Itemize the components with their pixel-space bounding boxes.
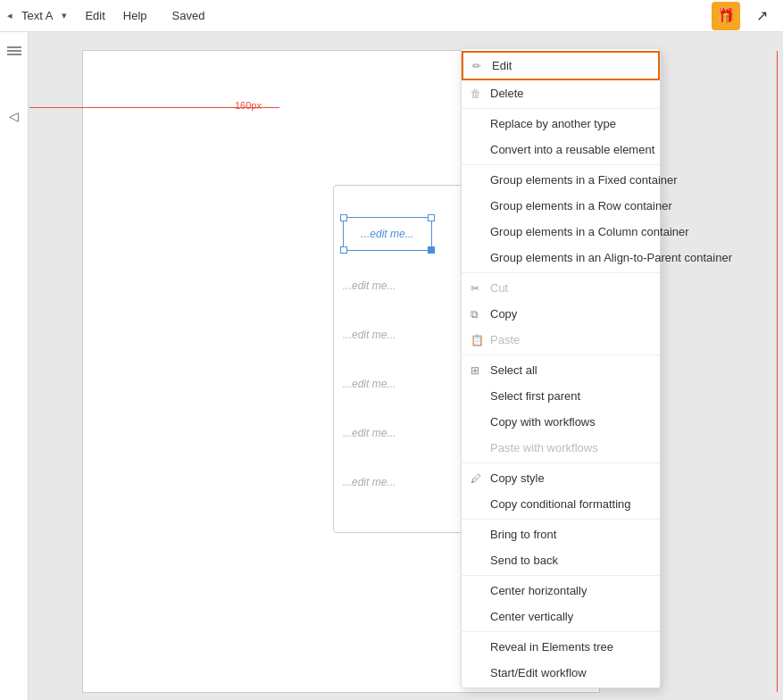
menu-item-send-back[interactable]: Send to back: [462, 547, 660, 573]
topbar-right: 🎁 ↗: [712, 2, 776, 30]
handle-br-filled[interactable]: [428, 246, 435, 254]
menu-item-center-v[interactable]: Center vertically: [462, 604, 660, 629]
left-sidebar: ◁: [0, 32, 29, 700]
menu-item-group-row[interactable]: Group elements in a Row container: [462, 193, 660, 219]
sidebar-item-1[interactable]: [2, 39, 27, 64]
divider-1: [462, 108, 660, 109]
divider-7: [462, 575, 660, 576]
main-layout: ◁ 160px ...edit me...: [0, 32, 783, 700]
sidebar-icon-1: [7, 46, 21, 57]
menu-item-reveal-elements[interactable]: Reveal in Elements tree: [462, 634, 660, 660]
sidebar-arrow-icon: ◁: [9, 109, 19, 123]
divider-5: [462, 462, 660, 463]
divider-8: [462, 631, 660, 632]
edit-me-5[interactable]: ...edit me...: [343, 427, 396, 439]
menu-item-edit[interactable]: ✏ Edit: [462, 51, 660, 80]
menu-item-copy-workflows[interactable]: Copy with workflows: [462, 409, 660, 435]
divider-2: [462, 164, 660, 165]
menu-item-paste-workflows[interactable]: Paste with workflows: [462, 435, 660, 461]
menu-item-copy-conditional[interactable]: Copy conditional formatting: [462, 491, 660, 517]
menu-item-replace[interactable]: Replace by another type: [462, 111, 660, 137]
edit-icon: ✏: [472, 60, 481, 72]
menu-item-center-h[interactable]: Center horizontally: [462, 578, 660, 604]
copy-style-icon: 🖊: [471, 472, 481, 485]
menu-item-cut[interactable]: ✂ Cut: [462, 275, 660, 301]
element-container[interactable]: ...edit me... ...edit me... ...edit me..…: [333, 185, 476, 533]
menu-item-select-all[interactable]: ⊞ Select all: [462, 357, 660, 383]
v-measurement-line: [777, 51, 778, 692]
back-arrow-icon[interactable]: ◂: [7, 10, 12, 21]
divider-3: [462, 272, 660, 273]
saved-status: Saved: [172, 9, 205, 22]
dropdown-arrow-icon[interactable]: ▾: [62, 10, 67, 21]
divider-4: [462, 354, 660, 355]
edit-me-selected[interactable]: ...edit me...: [361, 228, 413, 240]
topbar-left: ◂ Text A ▾: [7, 7, 67, 24]
handle-tr[interactable]: [428, 214, 435, 221]
menu-item-start-workflow[interactable]: Start/Edit workflow: [462, 660, 660, 686]
handle-tl[interactable]: [340, 214, 347, 221]
canvas-area[interactable]: 160px ...edit me... ...edit me... ...edi…: [29, 32, 783, 700]
paste-icon: 📋: [471, 334, 484, 346]
menu-item-group-column[interactable]: Group elements in a Column container: [462, 219, 660, 245]
cursor-button[interactable]: ↗: [747, 2, 776, 30]
handle-bl[interactable]: [340, 246, 347, 254]
menu-item-bring-front[interactable]: Bring to front: [462, 521, 660, 547]
divider-6: [462, 519, 660, 520]
sidebar-item-2[interactable]: ◁: [2, 104, 27, 129]
copy-icon: ⧉: [471, 308, 479, 321]
menu-item-group-align[interactable]: Group elements in an Align-to-Parent con…: [462, 245, 660, 271]
menu-item-delete[interactable]: 🗑 Delete: [462, 80, 660, 106]
help-menu[interactable]: Help: [123, 9, 147, 22]
cut-icon: ✂: [471, 282, 479, 295]
menu-item-copy[interactable]: ⧉ Copy: [462, 301, 660, 327]
menu-item-copy-style[interactable]: 🖊 Copy style: [462, 465, 660, 491]
topbar: ◂ Text A ▾ Edit Help Saved 🎁 ↗: [0, 0, 783, 32]
measurement-label: 160px: [235, 100, 262, 111]
topbar-center: Edit Help Saved: [85, 9, 204, 22]
edit-me-3[interactable]: ...edit me...: [343, 329, 396, 341]
menu-item-select-parent[interactable]: Select first parent: [462, 383, 660, 409]
edit-me-6[interactable]: ...edit me...: [343, 476, 396, 488]
gift-button[interactable]: 🎁: [712, 2, 740, 30]
delete-icon: 🗑: [471, 88, 481, 100]
edit-me-4[interactable]: ...edit me...: [343, 378, 396, 390]
select-all-icon: ⊞: [471, 364, 479, 377]
selection-box: ...edit me...: [343, 217, 432, 251]
page-title: Text A: [16, 7, 58, 24]
edit-me-2[interactable]: ...edit me...: [343, 279, 396, 292]
menu-item-paste[interactable]: 📋 Paste: [462, 327, 660, 353]
context-menu: ✏ Edit 🗑 Delete Replace by another type …: [461, 48, 661, 688]
menu-item-convert[interactable]: Convert into a reusable element: [462, 137, 660, 162]
edit-menu[interactable]: Edit: [85, 9, 104, 22]
menu-item-group-fixed[interactable]: Group elements in a Fixed container: [462, 167, 660, 193]
